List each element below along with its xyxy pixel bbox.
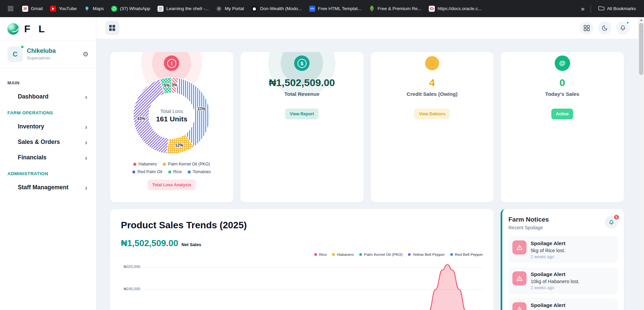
donut-percent-label: 43% [137,116,145,121]
y-axis-tick-label: ₦240,000 [121,287,140,291]
bell-icon [619,25,626,31]
nav-section-farm-operations: FARM OPERATIONS [0,107,96,119]
brand-text: F L [24,23,47,35]
legend-item: Rice [168,169,182,174]
browser-bookmarks-bar: M Gmail YouTube Maps (37) WhatsApp Learn… [0,0,644,17]
dashboard-content: ! 3%37%12%43%5% Total Loss 161 Units Hab… [96,39,638,310]
view-report-button[interactable]: View Report [285,109,319,119]
y-axis-tick-label: ₦320,000 [121,265,140,269]
notice-item[interactable]: Spoilage Alert 10kg of Habanero lost. 2 … [508,267,618,294]
apps-grid-icon[interactable] [5,3,16,14]
bookmark-learning-shell[interactable]: Learning the shell -... [154,4,212,14]
chevron-right-icon: › [85,184,87,191]
bookmark-whatsapp[interactable]: (37) WhatsApp [108,4,153,14]
notices-bell-button[interactable]: 5 [605,216,618,229]
credit-sales-value: 4 [429,77,435,88]
farm-notices-card: Farm Notices Recent Spoilage 5 [501,209,624,310]
user-card: C Chikeluba Superadmin ⚙ [0,41,96,68]
document-icon [157,6,164,12]
legend-item: Rice [314,253,327,257]
active-status-badge: Active [551,109,573,119]
notice-list: Spoilage Alert 5kg of Rice lost. 2 weeks… [508,236,618,310]
notices-header: Farm Notices Recent Spoilage 5 [508,216,618,230]
avatar: C [7,46,23,62]
credit-sales-icon [425,56,439,70]
bookmarks-overflow-chevron[interactable]: » [579,5,587,12]
bookmark-my-portal[interactable]: My Portal [213,4,247,14]
scrollbar-thumb[interactable] [639,23,643,75]
legend-item: Palm Kernel Oil (PKO) [359,253,403,257]
notice-item[interactable]: Spoilage Alert 5kg of Rice lost. 2 weeks… [508,236,618,263]
donut-legend: Habanero Palm Kernel Oil (PKO) Red Palm … [125,162,219,174]
bookmark-label: Maps [93,6,104,11]
bookmark-free-html[interactable]: </> Free HTML Templat... [306,4,365,14]
view-debtors-button[interactable]: View Debtors [414,109,450,119]
bookmark-label: (37) WhatsApp [120,6,150,11]
logo-row: F L [0,17,96,41]
sidebar-item-label: Staff Management [18,184,68,191]
total-loss-analysis-button[interactable]: Total Loss Analysis [147,180,196,190]
apps-button[interactable] [580,21,593,35]
sales-trends-card: Product Sales Trends (2025) ₦1,502,509.0… [110,209,494,310]
sidebar-item-label: Dashboard [18,93,48,100]
sidebar-item-label: Sales & Orders [18,139,60,146]
sidebar: F L C Chikeluba Superadmin ⚙ MAIN Dashbo… [0,17,96,310]
bookmark-label: YouTube [59,6,77,11]
bookmarks-separator [591,5,591,13]
donut-percent-label: 3% [172,83,178,87]
notice-time: 2 weeks ago [531,285,580,290]
legend-dot [332,253,335,256]
bookmark-maps[interactable]: Maps [81,4,107,14]
legend-item: Red Palm Oil [132,169,162,174]
total-revenue-value: ₦1,502,509.00 [269,77,335,88]
notices-count-badge: 5 [613,214,619,220]
sidebar-item-staff-management[interactable]: Staff Management › [0,180,96,195]
sidebar-item-sales-orders[interactable]: Sales & Orders › [0,134,96,150]
legend-dot [163,163,166,166]
donut-percent-label: 37% [197,107,205,111]
settings-gear-icon[interactable]: ⚙ [83,50,89,58]
trends-title: Product Sales Trends (2025) [121,220,483,231]
all-bookmarks-button[interactable]: All Bookmarks [595,3,639,14]
scrollbar-up-arrow[interactable] [638,17,644,23]
legend-dot [168,170,171,173]
revenue-dollar-icon: $ [294,55,310,71]
apps-icon [584,25,590,31]
notice-item[interactable]: Spoilage Alert [508,298,618,310]
total-revenue-card: $ ₦1,502,509.00 Total Revenue View Repor… [240,52,364,202]
credit-sales-label: Credit Sales (Owing) [407,91,458,97]
legend-item: Habanero [133,162,157,166]
notice-title: Spoilage Alert [531,302,565,308]
maps-pin-icon [84,6,90,12]
stats-row: ! 3%37%12%43%5% Total Loss 161 Units Hab… [110,52,624,202]
leaf-icon [369,6,375,12]
bookmark-label: Don-Wealth (Modo... [260,6,302,11]
bookmark-oracle-docs[interactable]: https://docs.oracle.c... [425,4,485,14]
dashboard-grid-button[interactable] [105,21,119,35]
bookmark-don-wealth[interactable]: Don-Wealth (Modo... [248,4,305,14]
bookmark-label: Gmail [31,6,43,11]
legend-item: Yellow Bell Pepper [408,253,445,257]
bookmark-youtube[interactable]: YouTube [47,4,80,14]
portal-icon [216,6,222,12]
notifications-button[interactable] [616,21,630,35]
notification-dot [626,21,629,24]
net-sales-value: ₦1,502,509.00 [121,238,178,248]
browser-scrollbar[interactable] [638,17,644,310]
sidebar-item-inventory[interactable]: Inventory › [0,119,96,134]
total-revenue-label: Total Revenue [284,91,320,97]
sidebar-item-dashboard[interactable]: Dashboard › [0,89,96,104]
total-loss-donut-chart[interactable]: 3%37%12%43%5% Total Loss 161 Units [132,76,212,156]
warning-triangle-icon [512,302,526,310]
bottom-row: Product Sales Trends (2025) ₦1,502,509.0… [110,209,624,310]
sidebar-item-financials[interactable]: Financials › [0,150,96,165]
nav-section-administration: ADMINISTRATION [0,168,96,180]
dark-mode-button[interactable] [598,21,611,35]
sales-trends-chart[interactable]: ₦320,000₦240,000 [121,261,483,310]
bookmark-gmail[interactable]: M Gmail [19,4,46,14]
bookmark-free-premium[interactable]: Free & Premium Re... [366,4,425,14]
folder-icon [598,5,604,12]
moon-icon [601,25,608,31]
notice-desc: 5kg of Rice lost. [531,248,565,253]
notices-title: Farm Notices [508,216,549,223]
